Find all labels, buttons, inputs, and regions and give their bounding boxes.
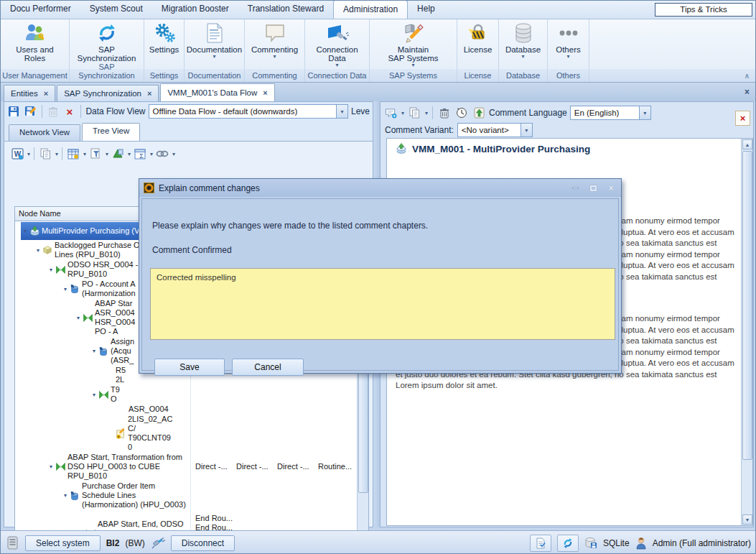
tabstrip-close-icon[interactable]: × xyxy=(745,87,750,97)
history-clock-icon[interactable] xyxy=(454,106,469,120)
node-label: (ASR_ xyxy=(111,356,134,365)
minimize-icon[interactable] xyxy=(569,183,581,193)
tab-network-view[interactable]: Network View xyxy=(9,124,80,141)
tree-node-t90[interactable]: ▾ T9 O xyxy=(15,384,357,404)
sap-synchronization-button[interactable]: SAP Synchronization xyxy=(70,21,144,68)
documentation-button[interactable]: Documentation ▾ xyxy=(185,21,244,68)
tab-close-icon[interactable]: × xyxy=(263,88,267,97)
menu-administration[interactable]: Administration xyxy=(333,0,408,19)
combo-dropdown-icon[interactable]: ▾ xyxy=(639,106,650,119)
tab-tree-view[interactable]: Tree View xyxy=(82,123,140,141)
tree-node-schedule-lines[interactable]: ▾ Purchase Order Item Schedule Lines (Ha… xyxy=(15,481,357,509)
save-edit-icon[interactable] xyxy=(24,104,37,119)
remove-red-x-icon[interactable]: × xyxy=(63,104,77,119)
comment-language-label: Comment Language xyxy=(489,108,567,118)
data-flow-combo[interactable]: Offline Data Flow - default (downwards) … xyxy=(149,104,348,119)
dropdown-arrow-icon[interactable]: ▾ xyxy=(83,151,86,157)
expander-icon[interactable]: ▾ xyxy=(47,265,55,274)
scrollbar-thumb[interactable] xyxy=(742,151,752,460)
publish-up-icon[interactable] xyxy=(472,106,486,120)
close-comment-button[interactable]: × xyxy=(735,111,750,126)
expander-icon[interactable]: ▾ xyxy=(74,313,83,323)
table-sum-icon[interactable]: Σ xyxy=(133,147,147,161)
expander-icon[interactable]: ▾ xyxy=(90,346,98,356)
link-icon[interactable] xyxy=(155,147,169,161)
menu-migration-booster[interactable]: Migration Booster xyxy=(152,0,238,19)
license-button[interactable]: License xyxy=(457,21,498,68)
commenting-button[interactable]: Commenting ▾ xyxy=(245,21,304,68)
tab-entities[interactable]: Entities × xyxy=(4,85,55,101)
log-document-button[interactable] xyxy=(530,535,551,552)
menu-system-scout[interactable]: System Scout xyxy=(80,0,152,19)
comment-scrollbar[interactable]: ▲ ▼ xyxy=(741,139,752,525)
hierarchy-icon[interactable] xyxy=(111,147,125,161)
combo-dropdown-icon[interactable]: ▾ xyxy=(521,124,532,137)
ribbon-collapse-button[interactable]: ∧ xyxy=(745,72,750,80)
ribbon-group-label: License xyxy=(457,71,498,80)
combo-value: En (English) xyxy=(571,109,639,117)
word-export-icon[interactable]: W xyxy=(10,147,24,161)
dropdown-arrow-icon[interactable]: ▾ xyxy=(172,151,175,157)
dialog-title-bar[interactable]: Explain comment changes × xyxy=(139,179,621,197)
menu-help[interactable]: Help xyxy=(408,0,444,19)
table-columns-icon[interactable] xyxy=(66,147,80,161)
dropdown-arrow-icon[interactable]: ▾ xyxy=(27,151,30,157)
disconnect-button[interactable]: Disconnect xyxy=(171,535,235,551)
dropdown-arrow-icon[interactable]: ▾ xyxy=(150,151,153,157)
settings-button[interactable]: Settings xyxy=(144,21,184,68)
filter-icon[interactable] xyxy=(88,147,103,161)
dropdown-arrow-icon[interactable]: ▾ xyxy=(128,151,131,157)
tips-tricks-button[interactable]: Tips & Tricks xyxy=(655,3,752,17)
database-button[interactable]: Database ▾ xyxy=(499,21,547,68)
maximize-icon[interactable] xyxy=(587,183,599,193)
connection-data-button[interactable]: Connection Data ▾ xyxy=(305,21,369,68)
dropdown-arrow-icon[interactable]: ▾ xyxy=(55,151,58,157)
tab-close-icon[interactable]: × xyxy=(147,89,151,98)
mapping-cell[interactable]: Direct -... xyxy=(236,462,276,471)
expander-icon[interactable]: ▾ xyxy=(61,491,70,500)
mapping-cell[interactable]: Direct -... xyxy=(277,462,317,471)
cancel-button[interactable]: Cancel xyxy=(232,359,304,376)
close-icon[interactable]: × xyxy=(605,183,617,193)
copy-icon[interactable] xyxy=(38,147,52,161)
tab-vmm-m001-data-flow[interactable]: VMM_M001's Data Flow × xyxy=(160,83,274,101)
delete-icon[interactable] xyxy=(47,104,60,119)
tree-node-text[interactable]: ASR_O004 xyxy=(15,404,357,414)
tree-node-dso-hpu-transformation[interactable]: ▾ ABAP Start, Transformation from DSO HP… xyxy=(15,452,357,481)
expander-icon[interactable]: ▾ xyxy=(47,462,55,471)
scroll-down-icon[interactable]: ▼ xyxy=(742,514,752,525)
refresh-button[interactable] xyxy=(557,535,579,552)
tab-sap-synchronization[interactable]: SAP Synchronization × xyxy=(57,85,159,101)
comment-variant-combo[interactable]: <No variant> ▾ xyxy=(457,123,533,137)
mapping-cell[interactable]: Routine... xyxy=(318,462,358,471)
delete-icon[interactable] xyxy=(437,106,452,120)
menu-docu-performer[interactable]: Docu Performer xyxy=(1,0,80,19)
users-and-roles-button[interactable]: Users and Roles xyxy=(1,21,69,68)
save-button[interactable]: Save xyxy=(154,359,225,376)
save-icon[interactable] xyxy=(7,104,21,119)
tree-node-datasource[interactable]: 2LIS_02_AC C/ T90CLNT09 0 xyxy=(15,414,357,452)
comment-bubble-icon[interactable] xyxy=(383,106,398,120)
scroll-up-icon[interactable]: ▲ xyxy=(742,139,752,149)
node-label: 0 xyxy=(128,443,172,452)
copy-icon[interactable] xyxy=(407,106,421,120)
expander-icon[interactable]: ▾ xyxy=(21,226,29,236)
mapping-cell[interactable]: Direct -... xyxy=(195,462,235,471)
dropdown-arrow-icon[interactable]: ▾ xyxy=(401,110,404,116)
combo-dropdown-icon[interactable]: ▾ xyxy=(336,105,347,118)
explanation-textarea[interactable]: Corrected misspelling xyxy=(150,268,615,340)
dropdown-arrow-icon[interactable]: ▾ xyxy=(425,110,428,116)
maintain-sap-systems-button[interactable]: Maintain SAP Systems ▾ xyxy=(370,21,457,68)
expander-icon[interactable]: ▾ xyxy=(90,390,98,400)
comment-language-combo[interactable]: En (English) ▾ xyxy=(570,106,651,120)
select-system-button[interactable]: Select system xyxy=(25,535,101,551)
others-button[interactable]: Others ▾ xyxy=(548,21,589,68)
expander-icon[interactable]: ▾ xyxy=(34,246,42,255)
node-label: HSR_O004 xyxy=(95,318,135,327)
comment-variant-row: Comment Variant: <No variant> ▾ xyxy=(385,122,533,138)
tab-close-icon[interactable]: × xyxy=(44,89,48,98)
dropdown-arrow-icon[interactable]: ▾ xyxy=(106,151,108,157)
menu-translation-steward[interactable]: Translation Steward xyxy=(238,0,333,19)
expander-icon[interactable]: ▾ xyxy=(61,285,70,294)
combo-value: <No variant> xyxy=(458,126,521,134)
